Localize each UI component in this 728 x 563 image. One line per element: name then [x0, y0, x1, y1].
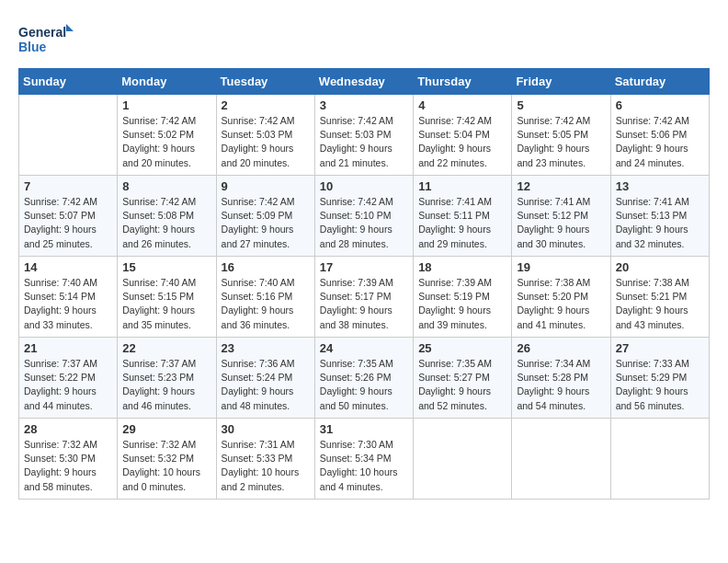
calendar-cell: 29Sunrise: 7:32 AM Sunset: 5:32 PM Dayli… — [118, 419, 216, 500]
calendar-cell: 25Sunrise: 7:35 AM Sunset: 5:27 PM Dayli… — [414, 338, 512, 419]
day-info: Sunrise: 7:42 AM Sunset: 5:08 PM Dayligh… — [122, 195, 210, 251]
svg-text:Blue: Blue — [18, 40, 47, 54]
calendar-cell: 20Sunrise: 7:38 AM Sunset: 5:21 PM Dayli… — [610, 257, 709, 338]
calendar-cell: 7Sunrise: 7:42 AM Sunset: 5:07 PM Daylig… — [19, 176, 118, 257]
day-info: Sunrise: 7:32 AM Sunset: 5:32 PM Dayligh… — [122, 438, 210, 494]
day-info: Sunrise: 7:35 AM Sunset: 5:27 PM Dayligh… — [418, 357, 506, 413]
day-number: 14 — [24, 260, 112, 274]
calendar-cell: 26Sunrise: 7:34 AM Sunset: 5:28 PM Dayli… — [512, 338, 610, 419]
calendar-cell: 14Sunrise: 7:40 AM Sunset: 5:14 PM Dayli… — [19, 257, 118, 338]
calendar-cell: 12Sunrise: 7:41 AM Sunset: 5:12 PM Dayli… — [512, 176, 610, 257]
day-info: Sunrise: 7:41 AM Sunset: 5:13 PM Dayligh… — [616, 195, 704, 251]
calendar-cell: 10Sunrise: 7:42 AM Sunset: 5:10 PM Dayli… — [314, 176, 413, 257]
day-info: Sunrise: 7:41 AM Sunset: 5:11 PM Dayligh… — [418, 195, 506, 251]
day-number: 23 — [222, 341, 310, 355]
day-number: 31 — [320, 422, 408, 436]
calendar-week-row: 7Sunrise: 7:42 AM Sunset: 5:07 PM Daylig… — [19, 176, 710, 257]
day-info: Sunrise: 7:42 AM Sunset: 5:10 PM Dayligh… — [320, 195, 408, 251]
calendar-table: SundayMondayTuesdayWednesdayThursdayFrid… — [18, 68, 710, 500]
day-number: 5 — [517, 98, 605, 112]
calendar-cell: 11Sunrise: 7:41 AM Sunset: 5:11 PM Dayli… — [414, 176, 512, 257]
calendar-cell: 18Sunrise: 7:39 AM Sunset: 5:19 PM Dayli… — [414, 257, 512, 338]
day-info: Sunrise: 7:42 AM Sunset: 5:02 PM Dayligh… — [122, 114, 210, 170]
day-number: 1 — [122, 98, 210, 112]
calendar-cell: 4Sunrise: 7:42 AM Sunset: 5:04 PM Daylig… — [414, 95, 512, 176]
day-info: Sunrise: 7:40 AM Sunset: 5:14 PM Dayligh… — [24, 276, 112, 332]
day-info: Sunrise: 7:32 AM Sunset: 5:30 PM Dayligh… — [24, 438, 112, 494]
logo-svg: General Blue — [18, 18, 74, 59]
weekday-header: Thursday — [414, 69, 512, 95]
day-number: 11 — [418, 179, 506, 193]
day-info: Sunrise: 7:30 AM Sunset: 5:34 PM Dayligh… — [320, 438, 408, 494]
day-number: 22 — [122, 341, 210, 355]
calendar-cell: 1Sunrise: 7:42 AM Sunset: 5:02 PM Daylig… — [118, 95, 216, 176]
day-info: Sunrise: 7:38 AM Sunset: 5:20 PM Dayligh… — [517, 276, 605, 332]
day-number: 12 — [517, 179, 605, 193]
day-number: 29 — [122, 422, 210, 436]
day-number: 28 — [24, 422, 112, 436]
weekday-header: Tuesday — [216, 69, 314, 95]
day-info: Sunrise: 7:42 AM Sunset: 5:09 PM Dayligh… — [222, 195, 310, 251]
day-info: Sunrise: 7:42 AM Sunset: 5:06 PM Dayligh… — [616, 114, 704, 170]
calendar-cell: 2Sunrise: 7:42 AM Sunset: 5:03 PM Daylig… — [216, 95, 314, 176]
day-number: 13 — [616, 179, 704, 193]
calendar-cell: 22Sunrise: 7:37 AM Sunset: 5:23 PM Dayli… — [118, 338, 216, 419]
day-info: Sunrise: 7:39 AM Sunset: 5:19 PM Dayligh… — [418, 276, 506, 332]
page-header: General Blue — [18, 18, 710, 59]
calendar-cell: 13Sunrise: 7:41 AM Sunset: 5:13 PM Dayli… — [610, 176, 709, 257]
weekday-header: Sunday — [19, 69, 118, 95]
day-number: 30 — [222, 422, 310, 436]
calendar-cell: 9Sunrise: 7:42 AM Sunset: 5:09 PM Daylig… — [216, 176, 314, 257]
day-number: 21 — [24, 341, 112, 355]
day-number: 17 — [320, 260, 408, 274]
day-info: Sunrise: 7:42 AM Sunset: 5:05 PM Dayligh… — [517, 114, 605, 170]
day-number: 3 — [320, 98, 408, 112]
calendar-week-row: 1Sunrise: 7:42 AM Sunset: 5:02 PM Daylig… — [19, 95, 710, 176]
day-number: 19 — [517, 260, 605, 274]
day-info: Sunrise: 7:42 AM Sunset: 5:03 PM Dayligh… — [320, 114, 408, 170]
calendar-cell — [414, 419, 512, 500]
day-info: Sunrise: 7:42 AM Sunset: 5:04 PM Dayligh… — [418, 114, 506, 170]
calendar-cell: 21Sunrise: 7:37 AM Sunset: 5:22 PM Dayli… — [19, 338, 118, 419]
weekday-header-row: SundayMondayTuesdayWednesdayThursdayFrid… — [19, 69, 710, 95]
day-info: Sunrise: 7:40 AM Sunset: 5:15 PM Dayligh… — [122, 276, 210, 332]
day-number: 9 — [222, 179, 310, 193]
calendar-cell — [19, 95, 118, 176]
day-info: Sunrise: 7:35 AM Sunset: 5:26 PM Dayligh… — [320, 357, 408, 413]
day-info: Sunrise: 7:42 AM Sunset: 5:03 PM Dayligh… — [222, 114, 310, 170]
day-info: Sunrise: 7:42 AM Sunset: 5:07 PM Dayligh… — [24, 195, 112, 251]
day-number: 7 — [24, 179, 112, 193]
weekday-header: Wednesday — [314, 69, 413, 95]
day-number: 16 — [222, 260, 310, 274]
day-number: 6 — [616, 98, 704, 112]
day-number: 15 — [122, 260, 210, 274]
calendar-cell: 8Sunrise: 7:42 AM Sunset: 5:08 PM Daylig… — [118, 176, 216, 257]
day-info: Sunrise: 7:33 AM Sunset: 5:29 PM Dayligh… — [616, 357, 704, 413]
day-number: 24 — [320, 341, 408, 355]
weekday-header: Saturday — [610, 69, 709, 95]
weekday-header: Friday — [512, 69, 610, 95]
calendar-week-row: 21Sunrise: 7:37 AM Sunset: 5:22 PM Dayli… — [19, 338, 710, 419]
calendar-cell: 31Sunrise: 7:30 AM Sunset: 5:34 PM Dayli… — [314, 419, 413, 500]
calendar-week-row: 14Sunrise: 7:40 AM Sunset: 5:14 PM Dayli… — [19, 257, 710, 338]
calendar-cell: 30Sunrise: 7:31 AM Sunset: 5:33 PM Dayli… — [216, 419, 314, 500]
calendar-cell: 27Sunrise: 7:33 AM Sunset: 5:29 PM Dayli… — [610, 338, 709, 419]
calendar-cell: 6Sunrise: 7:42 AM Sunset: 5:06 PM Daylig… — [610, 95, 709, 176]
day-info: Sunrise: 7:38 AM Sunset: 5:21 PM Dayligh… — [616, 276, 704, 332]
day-number: 26 — [517, 341, 605, 355]
svg-marker-2 — [66, 24, 74, 31]
day-info: Sunrise: 7:41 AM Sunset: 5:12 PM Dayligh… — [517, 195, 605, 251]
day-number: 2 — [222, 98, 310, 112]
day-number: 25 — [418, 341, 506, 355]
day-number: 8 — [122, 179, 210, 193]
day-number: 18 — [418, 260, 506, 274]
logo: General Blue — [18, 18, 74, 59]
calendar-cell: 16Sunrise: 7:40 AM Sunset: 5:16 PM Dayli… — [216, 257, 314, 338]
day-number: 20 — [616, 260, 704, 274]
calendar-cell: 17Sunrise: 7:39 AM Sunset: 5:17 PM Dayli… — [314, 257, 413, 338]
day-info: Sunrise: 7:40 AM Sunset: 5:16 PM Dayligh… — [222, 276, 310, 332]
calendar-cell: 3Sunrise: 7:42 AM Sunset: 5:03 PM Daylig… — [314, 95, 413, 176]
calendar-cell: 19Sunrise: 7:38 AM Sunset: 5:20 PM Dayli… — [512, 257, 610, 338]
calendar-cell — [512, 419, 610, 500]
calendar-cell: 23Sunrise: 7:36 AM Sunset: 5:24 PM Dayli… — [216, 338, 314, 419]
